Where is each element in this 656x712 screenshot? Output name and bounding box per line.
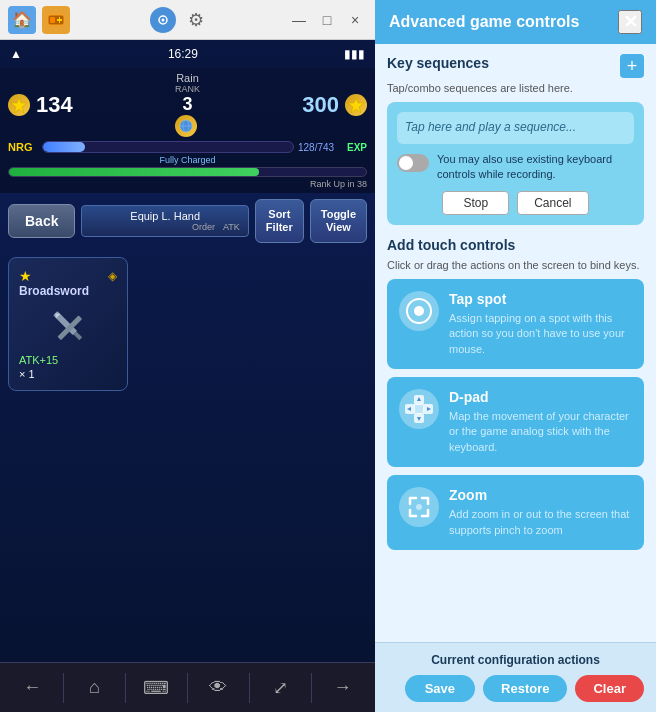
svg-rect-3	[59, 17, 60, 23]
home-toolbar-button[interactable]: ⌂	[76, 670, 112, 706]
exp-bar-container	[8, 167, 367, 177]
toggle-view-button[interactable]: ToggleView	[310, 199, 367, 243]
controls-close-button[interactable]: ✕	[618, 10, 642, 34]
nrg-bar-container	[42, 141, 294, 153]
restore-button[interactable]: Restore	[483, 675, 567, 702]
game-panel: 🏠 ⚙ — □ ×	[0, 0, 375, 712]
title-bar-center: ⚙	[150, 7, 208, 33]
svg-rect-1	[50, 17, 55, 23]
home-window-icon[interactable]: 🏠	[8, 6, 36, 34]
minimize-button[interactable]: —	[287, 10, 311, 30]
globe-icon	[175, 115, 197, 137]
controls-panel: Advanced game controls ✕ Key sequences +…	[375, 0, 656, 712]
wifi-icon: ▲	[10, 47, 22, 61]
svg-marker-11	[348, 98, 364, 113]
game-buttons: Back Equip L. Hand Order ATK SortFilter …	[0, 193, 375, 249]
svg-rect-22	[414, 404, 424, 414]
gear-icon[interactable]: ⚙	[184, 8, 208, 32]
tap-spot-icon	[399, 291, 439, 331]
fullscreen-button[interactable]: ⤢	[263, 670, 299, 706]
hud-top: 134 Rain RANK 3 300	[8, 72, 367, 137]
equip-button[interactable]: Equip L. Hand	[90, 210, 239, 222]
weather-label: Rain	[175, 72, 200, 84]
game-hud: 134 Rain RANK 3 300	[0, 68, 375, 193]
key-sequences-header: Key sequences +	[387, 54, 644, 78]
status-bar: ▲ 16:29 ▮▮▮	[0, 40, 375, 68]
tap-spot-content: Tap spot Assign tapping on a spot with t…	[449, 291, 632, 357]
maximize-button[interactable]: □	[315, 10, 339, 30]
toggle-label: You may also use existing keyboard contr…	[437, 152, 634, 183]
controls-panel-title: Advanced game controls	[389, 13, 579, 31]
zoom-card[interactable]: Zoom Add zoom in or out to the screen th…	[387, 475, 644, 550]
tap-spot-desc: Assign tapping on a spot with this actio…	[449, 311, 632, 357]
keyboard-toggle-switch[interactable]	[397, 154, 429, 172]
back-arrow-button[interactable]: ←	[14, 670, 50, 706]
key-sequence-buttons: Stop Cancel	[397, 191, 634, 215]
right-score: 300	[302, 92, 339, 118]
add-touch-section: Add touch controls Click or drag the act…	[387, 237, 644, 550]
sort-filter-button[interactable]: SortFilter	[255, 199, 304, 243]
controls-header: Advanced game controls ✕	[375, 0, 656, 44]
back-button[interactable]: Back	[8, 204, 75, 238]
svg-point-6	[161, 18, 164, 21]
nav-icon[interactable]	[150, 7, 176, 33]
svg-point-17	[414, 306, 424, 316]
config-actions-title: Current configuration actions	[387, 653, 644, 667]
nrg-bar	[43, 142, 85, 152]
toggle-knob	[399, 156, 413, 170]
controls-footer: Current configuration actions Save Resto…	[375, 642, 656, 712]
item-atk: ATK+15	[19, 354, 117, 366]
fully-charged-text: Fully Charged	[8, 155, 367, 165]
rank-up-text: Rank Up in 38	[8, 179, 367, 189]
close-button[interactable]: ×	[343, 10, 367, 30]
rank-label: RANK	[175, 84, 200, 94]
item-count: × 1	[19, 368, 117, 380]
save-button[interactable]: Save	[405, 675, 475, 702]
cancel-button[interactable]: Cancel	[517, 191, 588, 215]
dpad-title: D-pad	[449, 389, 632, 405]
left-rank-badge	[8, 94, 30, 116]
title-bar-icons: 🏠	[8, 6, 70, 34]
rank-num: 3	[175, 94, 200, 115]
eye-button[interactable]: 👁	[200, 670, 236, 706]
star-icon: ★	[19, 268, 32, 284]
dpad-icon	[399, 389, 439, 429]
bottom-toolbar: ← ⌂ ⌨ 👁 ⤢ →	[0, 662, 375, 712]
key-sequences-title: Key sequences	[387, 55, 489, 71]
config-buttons: Save Restore Clear	[387, 675, 644, 702]
time-display: 16:29	[168, 47, 198, 61]
battery-icon: ▮▮▮	[344, 47, 365, 61]
keyboard-button[interactable]: ⌨	[138, 670, 174, 706]
item-card[interactable]: ★ ◈ Broadsword ATK+15 × 1	[8, 257, 128, 391]
dpad-card[interactable]: D-pad Map the movement of your character…	[387, 377, 644, 467]
key-sequence-input[interactable]: Tap here and play a sequence...	[397, 112, 634, 144]
clear-button[interactable]: Clear	[575, 675, 644, 702]
dpad-desc: Map the movement of your character or th…	[449, 409, 632, 455]
item-image	[43, 306, 93, 346]
toolbar-separator-5	[311, 673, 312, 703]
title-bar: 🏠 ⚙ — □ ×	[0, 0, 375, 40]
atk-label: ATK	[223, 222, 240, 232]
controls-body[interactable]: Key sequences + Tap/combo sequences are …	[375, 44, 656, 642]
zoom-icon	[399, 487, 439, 527]
zoom-title: Zoom	[449, 487, 632, 503]
toolbar-separator-1	[63, 673, 64, 703]
forward-arrow-button[interactable]: →	[325, 670, 361, 706]
add-touch-subtitle: Click or drag the actions on the screen …	[387, 259, 644, 271]
svg-point-27	[416, 504, 422, 510]
svg-marker-7	[11, 98, 27, 113]
nrg-value: 128/743	[298, 142, 343, 153]
game-window-icon[interactable]	[42, 6, 70, 34]
nrg-label: NRG	[8, 141, 38, 153]
exp-label: EXP	[347, 142, 367, 153]
tap-spot-card[interactable]: Tap spot Assign tapping on a spot with t…	[387, 279, 644, 369]
stop-button[interactable]: Stop	[442, 191, 509, 215]
add-key-sequence-button[interactable]: +	[620, 54, 644, 78]
add-touch-title: Add touch controls	[387, 237, 644, 253]
dpad-content: D-pad Map the movement of your character…	[449, 389, 632, 455]
left-score: 134	[36, 92, 73, 118]
toolbar-separator-4	[249, 673, 250, 703]
item-badge-icon: ◈	[108, 269, 117, 283]
key-sequence-toggle-row: You may also use existing keyboard contr…	[397, 152, 634, 183]
tap-spot-title: Tap spot	[449, 291, 632, 307]
